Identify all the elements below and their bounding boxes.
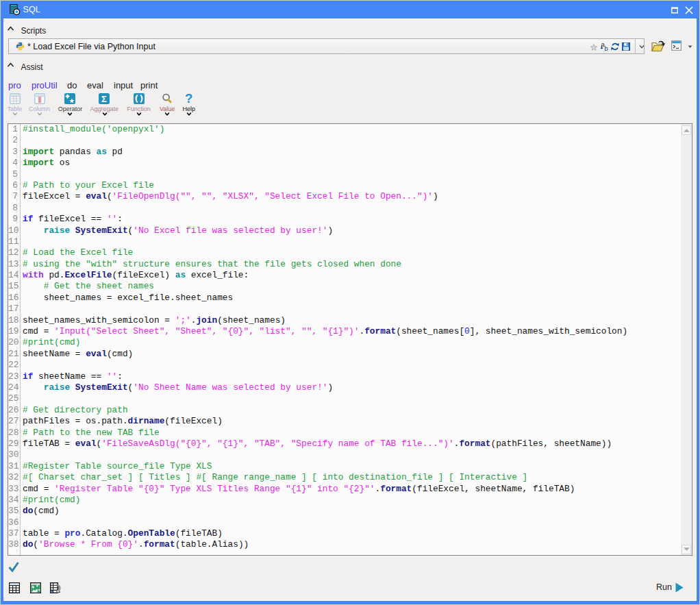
svg-text:Σ: Σ — [101, 93, 107, 103]
